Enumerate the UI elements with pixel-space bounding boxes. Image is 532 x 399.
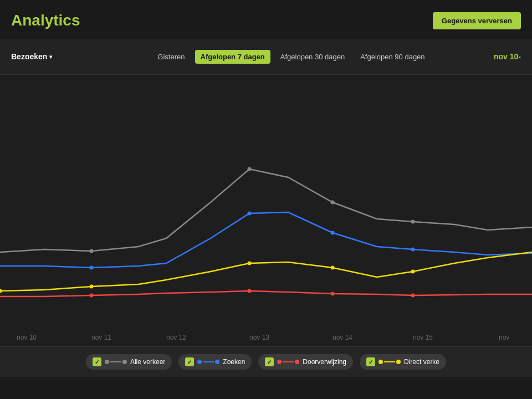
svg-text:nov 10: nov 10 bbox=[17, 334, 37, 341]
svg-point-8 bbox=[90, 249, 94, 253]
legend-dot-all2 bbox=[122, 360, 127, 364]
legend-check-referral: ✓ bbox=[265, 357, 274, 366]
legend-line-direct bbox=[378, 360, 401, 364]
svg-point-21 bbox=[90, 294, 94, 298]
visits-label: Bezoeken bbox=[11, 52, 47, 61]
legend-check-search: ✓ bbox=[185, 357, 194, 366]
legend-label-all: Alle verkeer bbox=[130, 358, 165, 366]
svg-rect-0 bbox=[0, 75, 532, 346]
filter-last30[interactable]: Afgelopen 30 dagen bbox=[275, 50, 350, 64]
legend-line-referral bbox=[277, 360, 299, 364]
svg-text:nov 11: nov 11 bbox=[91, 334, 111, 341]
date-filter-group: Gisteren Afgelopen 7 dagen Afgelopen 30 … bbox=[152, 50, 430, 64]
legend-label-referral: Doorverwijzing bbox=[303, 358, 346, 366]
svg-text:nov: nov bbox=[499, 334, 509, 341]
svg-point-23 bbox=[331, 292, 335, 296]
svg-point-19 bbox=[331, 266, 335, 270]
chart-svg: nov 10 nov 11 nov 12 nov 13 nov 14 nov 1… bbox=[0, 75, 532, 346]
chevron-down-icon: ▾ bbox=[49, 54, 52, 60]
legend-line-all bbox=[105, 360, 127, 364]
legend-dot-all bbox=[105, 360, 109, 364]
svg-point-17 bbox=[90, 285, 94, 289]
legend-bar: ✓ Alle verkeer ✓ Zoeken ✓ Doorverwijzing… bbox=[0, 346, 532, 377]
legend-item-all[interactable]: ✓ Alle verkeer bbox=[86, 354, 172, 370]
legend-dot-search bbox=[197, 360, 202, 364]
legend-dot-direct bbox=[378, 360, 383, 364]
toolbar: Bezoeken ▾ Gisteren Afgelopen 7 dagen Af… bbox=[0, 39, 532, 75]
legend-label-search: Zoeken bbox=[223, 358, 245, 366]
svg-point-12 bbox=[90, 266, 94, 270]
filter-last7[interactable]: Afgelopen 7 dagen bbox=[195, 50, 270, 64]
legend-line-search bbox=[197, 360, 219, 364]
legend-item-referral[interactable]: ✓ Doorverwijzing bbox=[258, 354, 353, 370]
legend-dot-referral bbox=[277, 360, 282, 364]
legend-dash-all bbox=[110, 361, 121, 362]
legend-item-search[interactable]: ✓ Zoeken bbox=[178, 354, 252, 370]
header: Analytics Gegevens verversen bbox=[0, 0, 532, 39]
svg-point-22 bbox=[248, 289, 252, 293]
filter-last90[interactable]: Afgelopen 90 dagen bbox=[355, 50, 430, 64]
legend-dash-referral bbox=[283, 361, 294, 362]
svg-point-24 bbox=[411, 294, 415, 298]
legend-dot-search2 bbox=[215, 360, 219, 364]
legend-dot-referral2 bbox=[295, 360, 299, 364]
legend-dash-search bbox=[203, 361, 214, 362]
svg-point-10 bbox=[331, 201, 335, 204]
svg-point-20 bbox=[411, 270, 415, 274]
legend-dot-direct2 bbox=[396, 360, 401, 364]
visits-dropdown[interactable]: Bezoeken ▾ bbox=[11, 52, 52, 61]
legend-item-direct[interactable]: ✓ Direct verke bbox=[360, 354, 446, 370]
svg-point-13 bbox=[248, 212, 252, 216]
svg-point-14 bbox=[331, 231, 335, 235]
legend-check-direct: ✓ bbox=[366, 357, 375, 366]
svg-point-11 bbox=[411, 220, 415, 224]
svg-text:nov 14: nov 14 bbox=[332, 334, 352, 341]
refresh-button[interactable]: Gegevens verversen bbox=[433, 12, 521, 29]
legend-dash-direct bbox=[384, 361, 395, 362]
svg-point-9 bbox=[248, 167, 252, 171]
svg-point-18 bbox=[248, 262, 252, 265]
svg-text:nov 15: nov 15 bbox=[413, 334, 433, 341]
filter-yesterday[interactable]: Gisteren bbox=[152, 50, 190, 64]
legend-check-all: ✓ bbox=[93, 357, 101, 366]
legend-label-direct: Direct verke bbox=[404, 358, 439, 366]
svg-text:nov 13: nov 13 bbox=[249, 334, 269, 341]
page-title: Analytics bbox=[11, 12, 80, 29]
svg-point-15 bbox=[411, 248, 415, 252]
chart-area: nov 10 nov 11 nov 12 nov 13 nov 14 nov 1… bbox=[0, 75, 532, 346]
svg-text:nov 12: nov 12 bbox=[166, 334, 186, 341]
date-range-display: nov 10- bbox=[494, 52, 521, 61]
